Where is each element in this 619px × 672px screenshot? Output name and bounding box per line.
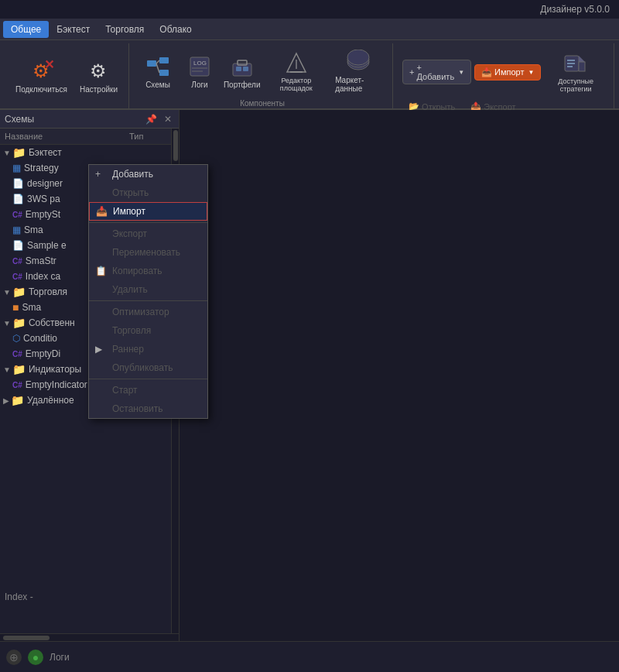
ctx-runner-icon: ▶: [95, 344, 102, 355]
3ws-icon: 📄: [12, 194, 24, 204]
sample-icon: 📄: [12, 240, 24, 251]
settings-button[interactable]: ⚙ Настройки: [75, 56, 122, 97]
svg-point-18: [347, 50, 369, 65]
schemes-label: Схемы: [145, 81, 170, 89]
title-bar: Дизайнер v5.0.0: [0, 0, 619, 19]
sma1-icon: ▦: [12, 225, 21, 235]
logs-button[interactable]: LOG Логи: [180, 51, 219, 92]
app-title: Дизайнер v5.0.0: [540, 4, 610, 15]
ctx-delete-label: Удалить: [112, 284, 148, 295]
logs-panel: ⊕ ● Логи: [0, 641, 619, 672]
market-data-label: Маркет-данные: [335, 76, 381, 93]
panel-columns: Название Тип: [0, 129, 179, 145]
svg-rect-2: [159, 70, 169, 76]
logs-label: Логи: [191, 81, 207, 89]
content-area: Index -: [180, 110, 619, 641]
dark-circle-btn[interactable]: ⊕: [6, 650, 22, 665]
import-label: Импорт: [494, 67, 524, 77]
menu-bar: Общее Бэктест Торговля Облако: [0, 19, 619, 40]
ctx-copy-icon: 📋: [95, 266, 107, 276]
ctx-runner: ▶ Раннер: [89, 340, 207, 358]
ctx-sep2: [89, 300, 207, 301]
logs-title: Логи: [50, 652, 70, 663]
trade-folder-icon: 📁: [12, 286, 26, 298]
backtest-folder-icon: 📁: [12, 146, 26, 159]
svg-rect-0: [147, 60, 156, 67]
ribbon-group-connection: ⚙ ✕ Подключиться ⚙ Настройки: [5, 43, 129, 108]
backtest-folder[interactable]: ▼ 📁 Бэктест: [0, 145, 179, 160]
components-group-label: Компоненты: [240, 99, 285, 111]
green-circle-btn[interactable]: ●: [28, 650, 43, 665]
strategy1-icon: ▦: [12, 163, 21, 173]
connect-icon: ⚙ ✕: [29, 59, 53, 84]
ribbon-buttons-connection: ⚙ ✕ Подключиться ⚙ Настройки: [11, 43, 122, 108]
own-folder-icon: 📁: [12, 317, 26, 329]
menu-general[interactable]: Общее: [3, 21, 49, 38]
indicators-caret: ▼: [3, 365, 11, 374]
indicators-folder-icon: 📁: [12, 363, 26, 375]
ctx-start: Старт: [89, 381, 207, 399]
ctx-optimizer-label: Оптимизатор: [112, 307, 169, 317]
panel-header: Схемы 📌 ✕: [0, 110, 179, 129]
panel-close-icon[interactable]: ✕: [162, 113, 174, 125]
panel-scrollbar-h[interactable]: [0, 633, 179, 641]
svg-rect-11: [236, 67, 241, 71]
ctx-open: Открыть: [89, 183, 207, 202]
editor-label: Редактор площадок: [269, 77, 323, 92]
import-strategy-button[interactable]: 📥 Импорт ▼: [474, 64, 541, 81]
import-arrow-icon: ▼: [528, 69, 535, 76]
ctx-import-icon: 📥: [96, 206, 108, 217]
scrollbar-thumb-h[interactable]: [3, 636, 50, 640]
ribbon-group-strategies: + + Добавить ▼ 📥 Импорт ▼ Доступные стра…: [396, 43, 614, 108]
schemes-icon: [145, 54, 170, 79]
own-caret: ▼: [3, 319, 11, 327]
ctx-trade-label: Торговля: [112, 325, 151, 336]
ctx-rename-label: Переименовать: [112, 247, 180, 258]
scrollbar-thumb-v[interactable]: [173, 130, 178, 161]
ctx-start-label: Старт: [112, 385, 138, 396]
ribbon-buttons-components: Схемы LOG Логи Портфели Редактор площадо…: [139, 43, 386, 99]
logs-icon: LOG: [187, 54, 212, 79]
menu-cloud[interactable]: Облако: [152, 21, 199, 38]
ctx-export: Экспорт: [89, 225, 207, 243]
ctx-runner-label: Раннер: [112, 344, 144, 355]
svg-rect-1: [159, 57, 169, 63]
connect-button[interactable]: ⚙ ✕ Подключиться: [11, 56, 72, 97]
smastra-icon: C#: [12, 257, 22, 266]
backtest-caret: ▼: [3, 149, 11, 157]
portfolios-label: Портфели: [224, 81, 261, 89]
trade-caret: ▼: [3, 288, 11, 297]
menu-trade[interactable]: Торговля: [97, 21, 152, 38]
ctx-stop-label: Остановить: [112, 403, 163, 414]
connect-label: Подключиться: [15, 85, 67, 94]
indexca-icon: C#: [12, 273, 22, 281]
available-strategies-icon: [563, 51, 588, 76]
portfolios-button[interactable]: Портфели: [222, 51, 262, 92]
add-icon: +: [409, 67, 414, 77]
panel-pin-icon[interactable]: 📌: [145, 113, 157, 125]
available-strategies-button[interactable]: Доступные стратегии: [544, 48, 607, 96]
menu-backtest[interactable]: Бэктест: [49, 21, 97, 38]
emptydi-icon: C#: [12, 350, 22, 358]
schemes-button[interactable]: Схемы: [139, 51, 177, 92]
svg-text:LOG: LOG: [193, 60, 207, 67]
svg-rect-12: [243, 67, 248, 71]
ctx-import[interactable]: 📥 Импорт: [89, 202, 207, 221]
panel-title: Схемы: [5, 114, 140, 125]
market-data-button[interactable]: Маркет-данные: [330, 46, 386, 96]
add-strategy-button[interactable]: + + Добавить ▼: [402, 60, 471, 84]
conditiondi-icon: ⬡: [12, 333, 20, 344]
add-arrow-icon: ▼: [458, 69, 464, 76]
ctx-rename: Переименовать: [89, 243, 207, 262]
ctx-stop: Остановить: [89, 399, 207, 418]
ctx-publish-label: Опубликовать: [112, 362, 173, 373]
editor-button[interactable]: Редактор площадок: [265, 47, 327, 95]
svg-line-4: [156, 63, 159, 73]
market-data-icon: [346, 50, 371, 74]
strategies-top-row: + + Добавить ▼ 📥 Импорт ▼ Доступные стра…: [402, 43, 607, 98]
backtest-folder-label: Бэктест: [29, 147, 176, 158]
svg-marker-20: [579, 56, 585, 62]
ctx-export-label: Экспорт: [112, 228, 147, 239]
ctx-add[interactable]: + Добавить: [89, 165, 207, 183]
ctx-sep3: [89, 379, 207, 379]
